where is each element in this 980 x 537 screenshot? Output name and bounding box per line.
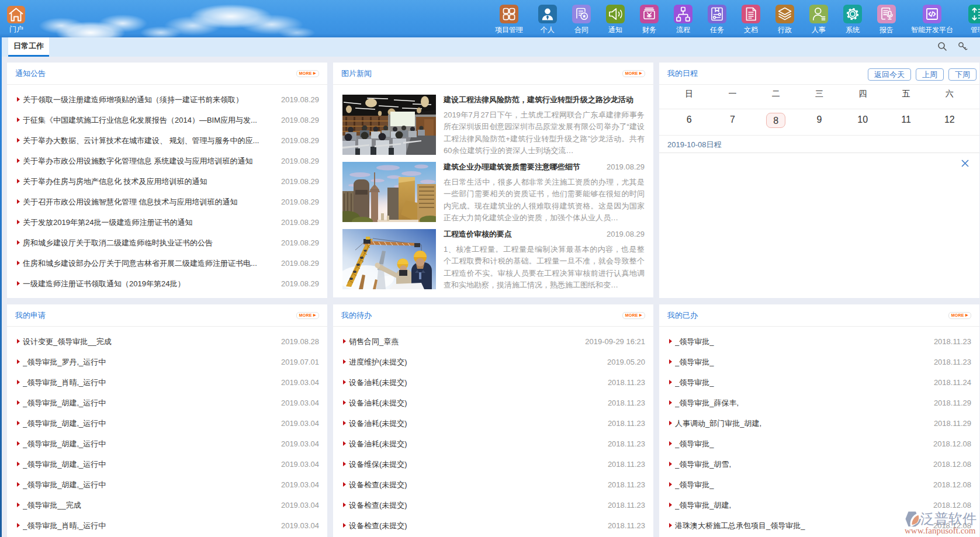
svg-text:泛普软件: 泛普软件 [920, 511, 976, 526]
svg-text:www.fanpusoft.com: www.fanpusoft.com [905, 526, 976, 535]
